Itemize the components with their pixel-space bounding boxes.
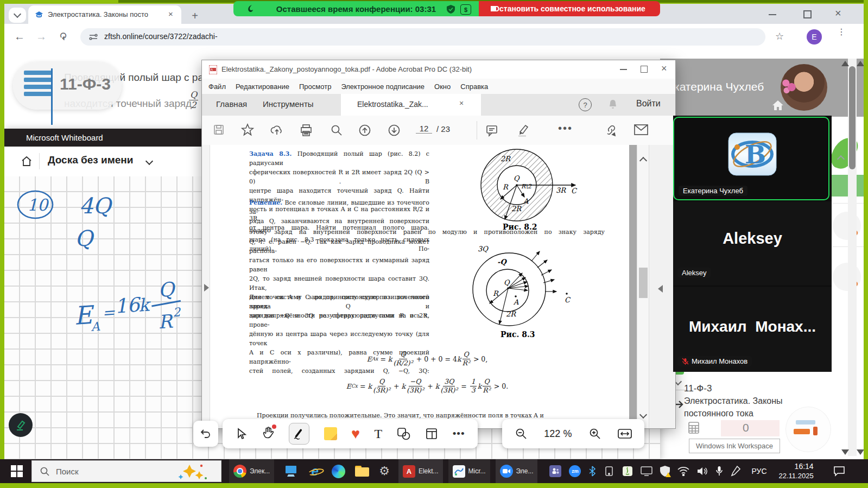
browser-tab[interactable]: Электростатика. Законы посто × (28, 5, 181, 24)
taskbar-acrobat[interactable]: A Elekt... (398, 459, 443, 483)
menu-edit[interactable]: Редактирование (236, 83, 289, 91)
pdf-scroll-up-icon[interactable] (639, 157, 647, 164)
board-name[interactable]: Доска без имени (48, 154, 134, 166)
taskbar-explorer-icon[interactable] (355, 466, 369, 477)
page-up-icon[interactable] (358, 124, 371, 137)
shapes-tool-icon[interactable] (397, 427, 411, 440)
bell-icon[interactable] (608, 99, 618, 110)
start-button[interactable] (11, 465, 23, 477)
participant-tile-ekaterina[interactable]: В Екатерина Чухлеб (673, 117, 829, 200)
zoom-in-icon[interactable] (588, 427, 601, 440)
select-cursor-icon[interactable] (235, 428, 247, 440)
clock[interactable]: 16:14 22.11.2025 (779, 462, 814, 480)
course-title-line2[interactable]: постоянного тока (684, 409, 753, 419)
pdf-scroll-down-icon[interactable] (639, 411, 647, 419)
device-cast-icon[interactable] (604, 466, 614, 477)
menu-view[interactable]: Просмотр (299, 83, 331, 91)
bluetooth-icon[interactable] (588, 466, 596, 477)
share-link-icon[interactable] (604, 124, 618, 137)
back-icon[interactable]: ← (14, 30, 25, 43)
taskbar-pc-icon[interactable] (284, 465, 298, 478)
url-text[interactable]: zftsh.online/course/3722/zadachi- (104, 32, 218, 41)
templates-tool-icon[interactable] (425, 427, 438, 440)
taskbar-edge-icon[interactable] (332, 465, 345, 478)
forward-icon[interactable]: → (36, 30, 47, 43)
chrome-minimize-button[interactable] (769, 14, 776, 15)
address-bar[interactable]: zftsh.online/course/3722/zadachi- (80, 28, 765, 46)
zoom-out-icon[interactable] (515, 427, 528, 440)
course-title-line1[interactable]: Электростатика. Законы (684, 396, 783, 406)
menu-help[interactable]: Справка (460, 83, 488, 91)
tab-close-icon[interactable]: × (168, 9, 173, 18)
highlighter-icon[interactable] (516, 123, 530, 137)
email-icon[interactable] (634, 124, 648, 135)
tab-document[interactable]: Elektrostatika._Zak... × (341, 94, 481, 116)
acrobat-maximize-button[interactable] (641, 66, 648, 73)
chrome-menu-icon[interactable]: ⋮ (837, 30, 846, 34)
save-icon[interactable] (213, 124, 225, 136)
acrobat-close-button[interactable]: × (661, 63, 667, 74)
chrome-maximize-button[interactable] (803, 10, 812, 18)
scroll-up-arrow-icon[interactable] (841, 61, 849, 66)
taskbar-chrome[interactable]: Элек... (229, 459, 274, 483)
microphone-tray-icon[interactable] (715, 466, 723, 477)
bookmark-star-icon[interactable]: ☆ (775, 30, 784, 42)
star-icon[interactable] (241, 123, 254, 136)
page-scrollbar-thumb[interactable] (849, 66, 856, 169)
acrobat-minimize-button[interactable] (620, 69, 627, 70)
teams-icon[interactable] (549, 465, 561, 477)
defender-icon[interactable] (660, 466, 670, 477)
scroll-up-arrow-icon[interactable] (857, 61, 864, 66)
java-update-icon[interactable] (622, 466, 633, 477)
print-icon[interactable] (300, 124, 313, 137)
undo-icon[interactable] (200, 428, 212, 440)
scroll-down-arrow-icon[interactable] (841, 449, 849, 455)
home-icon[interactable] (772, 100, 784, 111)
ink-pencil-button[interactable] (9, 413, 33, 437)
reaction-heart-icon[interactable]: ♥ (351, 427, 360, 440)
pdf-scrollbar[interactable] (637, 145, 649, 428)
stop-share-button[interactable]: Остановить совместное использование (479, 1, 660, 16)
dollar-badge-icon[interactable]: $ (460, 4, 471, 15)
tab-tools[interactable]: Инструменты (263, 99, 314, 109)
help-icon[interactable]: ? (579, 98, 592, 111)
taskbar-search[interactable]: Поиск (31, 460, 221, 482)
search-icon[interactable] (330, 124, 343, 137)
tab-search-button[interactable] (9, 8, 26, 23)
page-scrollbar[interactable] (848, 59, 857, 456)
menu-file[interactable]: Файл (208, 83, 226, 91)
text-tool[interactable]: T (375, 427, 383, 441)
site-user-avatar[interactable] (781, 64, 827, 111)
pan-hand-tool[interactable] (262, 426, 275, 441)
comment-icon[interactable] (485, 124, 498, 137)
sticky-note-tool[interactable] (324, 427, 337, 440)
course-code[interactable]: 11-Ф-3 (684, 383, 712, 394)
zoom-level-value[interactable]: 122 % (544, 428, 572, 440)
taskbar-settings-icon[interactable]: ⚙ (379, 465, 390, 477)
volume-icon[interactable] (697, 466, 708, 476)
participant-tile-aleksey[interactable]: Aleksey Aleksey (673, 201, 832, 286)
nav-expand-arrow-icon[interactable] (204, 284, 209, 291)
reload-icon[interactable]: ⟳ (57, 32, 69, 40)
taskbar-ie-icon[interactable]: e (308, 464, 322, 478)
site-info-icon[interactable] (89, 33, 98, 41)
chrome-close-button[interactable]: × (835, 7, 841, 20)
action-center-icon[interactable] (833, 466, 845, 477)
display-tray-icon[interactable] (641, 466, 652, 476)
toolbar-more-icon[interactable]: ••• (558, 122, 573, 135)
cloud-upload-icon[interactable] (270, 124, 283, 137)
home-icon[interactable] (21, 155, 33, 167)
pen-tool-selected[interactable] (289, 423, 309, 445)
tools-pane-collapse-icon[interactable] (658, 285, 663, 293)
taskbar-whiteboard[interactable]: Micr... (448, 459, 490, 483)
profile-avatar[interactable]: E (807, 29, 822, 45)
toolbar-more-icon[interactable]: ••• (453, 428, 465, 440)
ink-pen-tray-icon[interactable] (731, 466, 740, 477)
sign-in-link[interactable]: Войти (636, 99, 661, 109)
wifi-icon[interactable] (677, 466, 689, 476)
zoom-tray-icon[interactable]: zm (569, 465, 581, 477)
tab-document-close-icon[interactable]: × (459, 99, 464, 107)
page-down-icon[interactable] (388, 124, 401, 137)
security-shield-icon[interactable] (447, 5, 455, 14)
taskbar-zoom[interactable]: Эле... (496, 459, 538, 483)
